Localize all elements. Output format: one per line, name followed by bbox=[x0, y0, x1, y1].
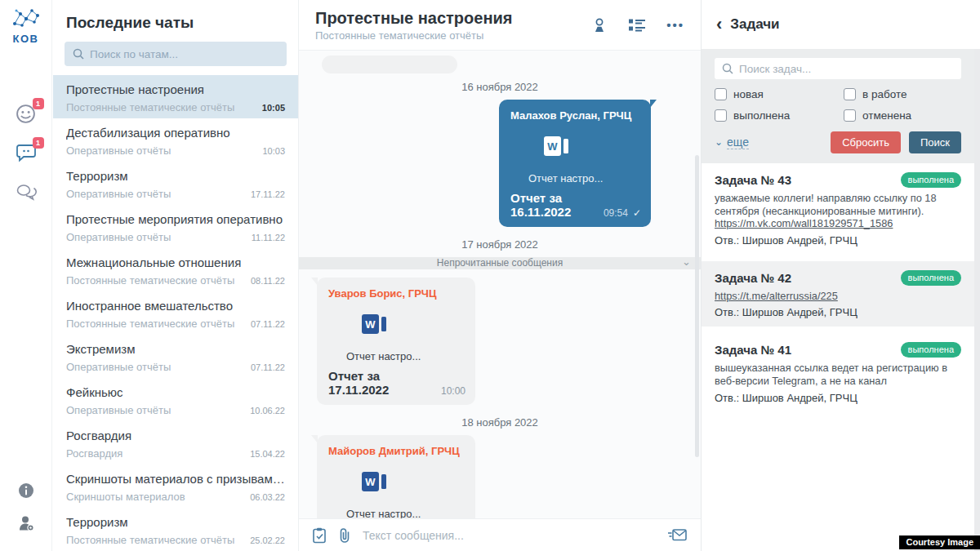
chat-item-time: 15.04.22 bbox=[250, 449, 285, 459]
task-list-icon bbox=[629, 19, 645, 32]
attachment-name[interactable]: Отчет настро... bbox=[346, 508, 466, 518]
message-incoming: Майоров Дмитрий, ГРЧЦ W Отчет настро... … bbox=[317, 435, 683, 518]
chat-tasks-button[interactable] bbox=[629, 19, 645, 32]
chat-item-title: Протестные настроения bbox=[66, 82, 285, 96]
filter-new[interactable]: новая bbox=[715, 88, 844, 100]
chat-list-item[interactable]: Экстремизм Оперативные отчёты07.11.22 bbox=[53, 335, 298, 378]
tasks-body: новая в работе выполнена отменена ⌄ bbox=[702, 49, 974, 551]
task-card[interactable]: Задача № 41 выполнена вышеуказанная ссыл… bbox=[702, 333, 974, 411]
word-document-icon[interactable]: W bbox=[361, 311, 466, 340]
checkbox[interactable] bbox=[715, 109, 727, 122]
task-title: Задача № 43 bbox=[715, 173, 791, 187]
chat-item-subtitle: Постоянные тематические отчёты bbox=[66, 318, 234, 330]
message-bubble[interactable]: Уваров Борис, ГРЧЦ W Отчет настро... Отч… bbox=[317, 278, 475, 405]
courtesy-watermark: Courtesy Image bbox=[899, 535, 980, 549]
unread-messages-bar[interactable]: Непрочитанные сообщения ⌄ bbox=[299, 257, 701, 269]
reset-button[interactable]: Сбросить bbox=[831, 131, 901, 153]
notification-badge: 1 bbox=[33, 137, 44, 149]
word-document-icon[interactable]: W bbox=[543, 133, 641, 162]
nav-rail: КОВ 1 1 bbox=[0, 0, 52, 551]
tasks-title: Задачи bbox=[730, 16, 779, 33]
checkbox[interactable] bbox=[715, 88, 727, 100]
chat-list-item[interactable]: Межнациональные отношения Постоянные тем… bbox=[53, 248, 298, 291]
task-title: Задача № 42 bbox=[715, 271, 791, 285]
chat-item-time: 10:05 bbox=[262, 103, 285, 113]
task-attach-button[interactable] bbox=[312, 527, 327, 544]
send-button[interactable] bbox=[668, 527, 688, 543]
info-icon bbox=[18, 482, 34, 499]
more-filters-link[interactable]: ⌄ еще bbox=[715, 136, 749, 149]
status-badge: выполнена bbox=[901, 172, 961, 188]
chat-item-title: Терроризм bbox=[66, 169, 285, 183]
chat-list-item[interactable]: Иностранное вмешательство Постоянные тем… bbox=[53, 291, 298, 335]
chat-search-box[interactable] bbox=[65, 42, 287, 66]
chat-item-time: 25.02.22 bbox=[250, 535, 285, 545]
chat-list-item[interactable]: Протестные настроения Постоянные тематич… bbox=[53, 75, 298, 118]
tasks-scrollbar[interactable] bbox=[974, 49, 980, 551]
task-search-input[interactable] bbox=[739, 63, 954, 75]
chat-item-time: 08.11.22 bbox=[251, 276, 285, 286]
task-card[interactable]: Задача № 43 выполнена уважаемые коллеги!… bbox=[702, 163, 974, 255]
task-link[interactable]: https://m.vk.com/wall181929571_1586 bbox=[715, 217, 893, 229]
chat-list-item[interactable]: Протестные мероприятия оперативно Операт… bbox=[53, 205, 298, 248]
chat-item-title: Экстремизм bbox=[66, 342, 285, 356]
task-card[interactable]: Задача № 42 выполнена https://t.me/alter… bbox=[702, 261, 974, 327]
filter-in-progress[interactable]: в работе bbox=[844, 88, 961, 100]
chevron-down-icon: ⌄ bbox=[715, 136, 723, 148]
task-title: Задача № 41 bbox=[715, 343, 791, 357]
chat-scrollbar[interactable] bbox=[695, 155, 699, 457]
chevron-down-icon[interactable]: ⌄ bbox=[682, 256, 691, 268]
svg-text:W: W bbox=[365, 476, 376, 488]
nav-bots-button[interactable]: 1 bbox=[15, 102, 38, 125]
chat-item-title: Дестабилизация оперативно bbox=[66, 126, 285, 140]
message-sender[interactable]: Майоров Дмитрий, ГРЧЦ bbox=[328, 445, 466, 457]
chat-more-button[interactable]: ••• bbox=[666, 21, 684, 29]
logo-network-icon bbox=[11, 8, 41, 29]
chat-subtitle: Постоянные тематические отчёты bbox=[315, 29, 591, 42]
message-composer bbox=[299, 518, 701, 551]
chat-list-item[interactable]: Росгвардия Росгвардия15.04.22 bbox=[53, 421, 298, 464]
profile-settings-button[interactable] bbox=[17, 514, 35, 535]
checkbox[interactable] bbox=[844, 109, 856, 122]
message-list[interactable]: 16 ноября 2022 Малахов Руслан, ГРЧЦ W От… bbox=[299, 51, 701, 518]
task-link[interactable]: https://t.me/alterrussia/225 bbox=[715, 290, 838, 302]
nav-group-chats-button[interactable] bbox=[15, 180, 38, 203]
checkbox[interactable] bbox=[844, 88, 856, 100]
chat-item-subtitle: Постоянные тематические отчёты bbox=[66, 534, 234, 546]
chat-list-item[interactable]: Терроризм Постоянные тематические отчёты… bbox=[53, 508, 298, 551]
message-time: 10:00 bbox=[441, 385, 466, 397]
filter-label: новая bbox=[733, 88, 764, 100]
chat-item-time: 17.11.22 bbox=[251, 189, 285, 199]
back-chevron-icon[interactable]: ‹ bbox=[716, 16, 722, 33]
info-button[interactable] bbox=[18, 482, 34, 501]
attachment-name[interactable]: Отчет настро... bbox=[528, 172, 641, 184]
chat-members-button[interactable] bbox=[591, 17, 608, 33]
task-body: уважаемые коллеги! направляю ссылку по 1… bbox=[715, 192, 961, 230]
chat-item-subtitle: Росгвардия bbox=[66, 447, 122, 460]
nav-chats-button[interactable]: 1 bbox=[15, 141, 38, 164]
chat-list-item[interactable]: Терроризм Оперативные отчёты17.11.22 bbox=[53, 162, 298, 205]
chat-item-subtitle: Постоянные тематические отчёты bbox=[66, 274, 234, 287]
message-bubble[interactable]: Малахов Руслан, ГРЧЦ W Отчет настро... О… bbox=[499, 100, 651, 227]
status-filter-group: новая в работе выполнена отменена bbox=[715, 88, 961, 122]
message-input[interactable] bbox=[363, 529, 657, 542]
chat-search-input[interactable] bbox=[90, 48, 278, 60]
message-sender[interactable]: Уваров Борис, ГРЧЦ bbox=[328, 287, 466, 300]
task-search-box[interactable] bbox=[715, 58, 961, 79]
clipboard-check-icon bbox=[312, 527, 327, 544]
message-bubble[interactable]: Майоров Дмитрий, ГРЧЦ W Отчет настро... … bbox=[317, 435, 475, 518]
word-document-icon[interactable]: W bbox=[361, 469, 466, 498]
chat-list-item[interactable]: Скриншоты материалов с призывами к про..… bbox=[53, 464, 298, 508]
search-button[interactable]: Поиск bbox=[909, 131, 961, 153]
attachment-name[interactable]: Отчет настро... bbox=[346, 350, 466, 362]
task-body: https://t.me/alterrussia/225 bbox=[715, 290, 961, 303]
chat-list-item[interactable]: Дестабилизация оперативно Оперативные от… bbox=[53, 118, 298, 162]
filter-done[interactable]: выполнена bbox=[715, 109, 844, 122]
app-logo[interactable]: КОВ bbox=[11, 8, 41, 45]
filter-cancelled[interactable]: отменена bbox=[844, 109, 961, 122]
chat-item-subtitle: Скриншоты материалов bbox=[66, 491, 185, 503]
tasks-header: ‹ Задачи bbox=[702, 0, 980, 49]
chat-list-item[interactable]: Фейкньюс Оперативные отчёты10.06.22 bbox=[53, 378, 298, 421]
date-divider: 17 ноября 2022 bbox=[317, 238, 683, 251]
attach-file-button[interactable] bbox=[337, 527, 352, 544]
